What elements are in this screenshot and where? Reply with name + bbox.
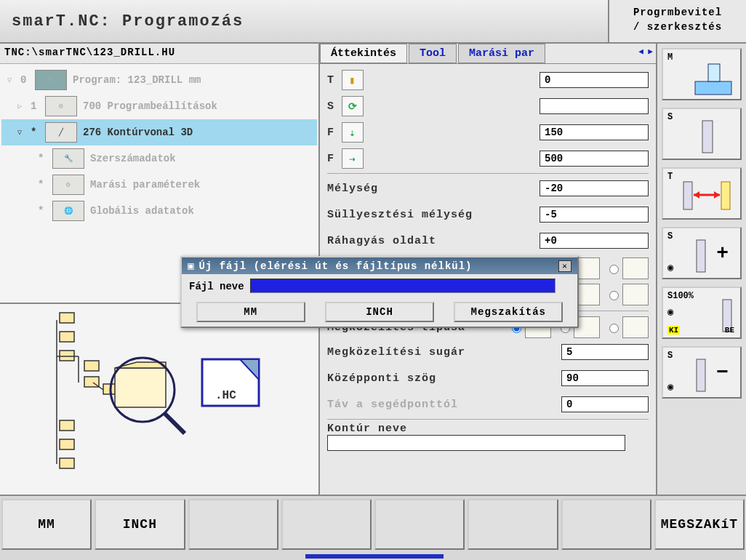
svg-rect-4 — [60, 420, 74, 431]
program-icon: ≡ — [35, 70, 67, 90]
tree-row[interactable]: * 🔧 Szerszámadatok — [1, 145, 317, 172]
path-bar: TNC:\smarTNC\123_DRILL.HU — [0, 44, 318, 64]
softkey-empty — [561, 499, 651, 550]
tool-icon: 🔧 — [52, 148, 84, 169]
dialog-mm-button[interactable]: MM — [196, 302, 305, 322]
svg-rect-20 — [708, 64, 720, 81]
tab-scroll[interactable]: ◀ ▶ — [635, 44, 656, 63]
svg-rect-6 — [60, 458, 74, 468]
softkey-empty — [468, 499, 558, 550]
aux-distance-input[interactable] — [561, 396, 649, 412]
softkey-inch[interactable]: INCH — [95, 499, 185, 550]
svg-rect-19 — [695, 81, 731, 95]
feed-side-icon: ⇢ — [342, 148, 364, 169]
feed1-input[interactable] — [540, 124, 649, 140]
svg-rect-1 — [60, 313, 74, 323]
depth-input[interactable] — [540, 180, 649, 196]
side-s-plus-button[interactable]: S ◉ + — [662, 227, 742, 279]
dialog-titlebar[interactable]: ▣ Új fájl (elérési út és fájltípus nélkü… — [182, 257, 577, 274]
svg-rect-27 — [697, 240, 705, 272]
softkey-empty — [281, 499, 372, 550]
tab-milling[interactable]: Marási par — [458, 44, 545, 63]
milldir-opt3[interactable] — [609, 265, 619, 274]
svg-text:.HC: .HC — [215, 389, 236, 402]
softkey-mm[interactable]: MM — [1, 499, 92, 550]
filename-input[interactable] — [250, 279, 556, 293]
tab-tool[interactable]: Tool — [409, 44, 457, 63]
svg-rect-13 — [115, 368, 166, 407]
approach-opt3[interactable] — [609, 324, 619, 333]
close-icon[interactable]: ✕ — [558, 260, 571, 272]
new-file-dialog: ▣ Új fájl (elérési út és fájltípus nélkü… — [180, 256, 579, 328]
svg-marker-25 — [694, 191, 699, 199]
side-s-minus-button[interactable]: S ◉ − — [662, 346, 742, 399]
softkey-empty — [374, 499, 465, 550]
side-s100-button[interactable]: S100% ◉ KI BE — [662, 287, 742, 339]
vertical-softkeys: M S T S ◉ + S100% ◉ KI BE — [656, 44, 746, 495]
svg-rect-29 — [697, 359, 705, 391]
tool-t-icon: ▮ — [342, 70, 364, 90]
softkey-empty — [188, 499, 278, 550]
contour-name-input[interactable] — [327, 435, 625, 451]
sink-depth-input[interactable] — [540, 207, 649, 223]
app-header: smarT.NC: Programozás Progrmbevitel / sz… — [0, 0, 746, 44]
tree-row[interactable]: * 🌐 Globális adatatok — [1, 198, 317, 224]
svg-line-15 — [164, 413, 185, 433]
tab-bar: Áttekintés Tool Marási par ◀ ▶ — [320, 44, 656, 64]
settings-icon: ⚙ — [45, 96, 77, 116]
spindle-icon: ⟳ — [342, 96, 364, 116]
softkey-cancel[interactable]: MEGSZAKíT — [654, 499, 745, 550]
folder-illustration: .HC — [0, 304, 318, 495]
side-m-button[interactable]: M — [662, 48, 742, 100]
feed-down-icon: ⇣ — [342, 122, 364, 143]
spindle-input[interactable] — [540, 98, 649, 114]
tree-row[interactable]: ▽ * ╱ 276 Kontúrvonal 3D — [1, 119, 317, 145]
svg-marker-26 — [714, 191, 720, 199]
svg-rect-5 — [60, 439, 74, 449]
side-s-button[interactable]: S — [662, 108, 742, 160]
tree-row[interactable]: * ⚙ Marási paraméterek — [1, 172, 317, 198]
tool-number-input[interactable] — [540, 72, 649, 88]
svg-rect-21 — [702, 121, 713, 153]
svg-rect-8 — [84, 361, 99, 371]
softkey-bar: MM INCH MEGSZAKíT — [0, 495, 746, 553]
mode-label: Progrmbevitel / szerkesztés — [608, 0, 746, 42]
dialog-inch-button[interactable]: INCH — [325, 302, 434, 322]
contour-icon: ╱ — [45, 122, 77, 143]
approach-radius-input[interactable] — [561, 344, 649, 360]
center-angle-input[interactable] — [561, 370, 649, 386]
millmode-opt3[interactable] — [609, 291, 619, 300]
svg-rect-3 — [60, 351, 74, 361]
svg-rect-23 — [721, 182, 730, 209]
tab-overview[interactable]: Áttekintés — [320, 44, 407, 63]
svg-rect-22 — [683, 182, 692, 209]
svg-rect-2 — [60, 332, 74, 342]
softkey-page-indicator — [305, 554, 444, 559]
dialog-cancel-button[interactable]: Megszakítás — [454, 302, 563, 322]
globe-icon: 🌐 — [52, 201, 84, 221]
feed2-input[interactable] — [540, 151, 649, 167]
tree-row[interactable]: ▽ 0 ≡ Program: 123_DRILL mm — [1, 67, 317, 93]
app-title: smarT.NC: Programozás — [0, 0, 608, 42]
side-allowance-input[interactable] — [540, 233, 649, 249]
tree-row[interactable]: ▷ 1 ⚙ 700 Programbeállítások — [1, 93, 317, 119]
side-t-button[interactable]: T — [662, 167, 742, 220]
mill-icon: ⚙ — [52, 175, 84, 195]
